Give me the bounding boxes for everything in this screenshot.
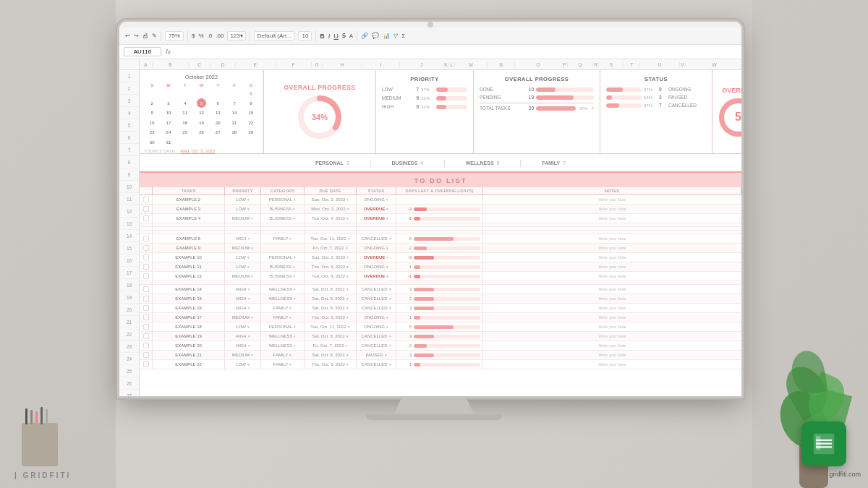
dropdown-arrow[interactable]: ▾ [247, 325, 250, 329]
paint-icon[interactable]: ✎ [152, 33, 157, 39]
row-notes[interactable]: Write your Note [483, 304, 741, 312]
row-checkbox[interactable] [140, 244, 153, 252]
dropdown-arrow[interactable]: ▾ [389, 287, 391, 291]
redo-icon[interactable]: ↪ [134, 33, 139, 39]
dropdown-arrow[interactable]: ▾ [289, 236, 292, 241]
row-notes[interactable] [483, 281, 741, 284]
row-checkbox[interactable] [140, 313, 153, 322]
dropdown-arrow[interactable]: ▾ [389, 296, 391, 301]
row-notes[interactable]: Write your Note [483, 332, 741, 341]
dollar-icon[interactable]: $ [192, 33, 195, 39]
cell-reference[interactable]: AU116 [124, 47, 161, 56]
dropdown-arrow[interactable]: ▾ [346, 246, 348, 250]
row-checkbox[interactable] [140, 234, 153, 243]
underline-button[interactable]: U [333, 33, 339, 40]
dropdown-arrow[interactable]: ▾ [251, 315, 253, 320]
checkbox[interactable] [143, 352, 149, 358]
checkbox[interactable] [143, 264, 149, 270]
checkbox[interactable] [143, 314, 149, 320]
row-notes[interactable]: Write your Note [483, 205, 741, 213]
dropdown-arrow[interactable]: ▾ [386, 207, 388, 211]
font-select[interactable]: Default (Ari... [254, 31, 295, 40]
row-checkbox[interactable] [140, 223, 153, 226]
undo-icon[interactable]: ↩ [125, 33, 130, 39]
row-notes[interactable]: Write your Note [483, 341, 741, 350]
dropdown-arrow[interactable]: ▾ [294, 334, 296, 338]
dropdown-arrow[interactable]: ▾ [386, 246, 388, 250]
dropdown-arrow[interactable]: ▾ [346, 343, 348, 348]
row-notes[interactable]: Write your Note [483, 360, 741, 369]
dropdown-arrow[interactable]: ▾ [348, 236, 350, 241]
checkbox[interactable] [143, 273, 149, 279]
row-notes[interactable]: Write your Note [483, 262, 741, 271]
decimal-icon[interactable]: .0 [208, 33, 213, 39]
row-checkbox[interactable] [140, 332, 153, 341]
dropdown-arrow[interactable]: ▾ [293, 265, 295, 269]
dropdown-arrow[interactable]: ▾ [289, 315, 292, 320]
dropdown-arrow[interactable]: ▾ [293, 274, 295, 278]
checkbox[interactable] [143, 324, 149, 330]
dropdown-arrow[interactable]: ▾ [248, 296, 250, 301]
dropdown-arrow[interactable]: ▾ [346, 362, 349, 367]
checkbox[interactable] [143, 206, 149, 212]
checkbox[interactable] [143, 361, 149, 367]
dropdown-arrow[interactable]: ▾ [385, 353, 387, 357]
dropdown-arrow[interactable]: ▾ [386, 274, 388, 278]
row-notes[interactable]: Write your Note [483, 272, 741, 281]
dropdown-arrow[interactable]: ▾ [389, 362, 391, 367]
dropdown-arrow[interactable]: ▾ [386, 216, 388, 221]
row-checkbox[interactable] [140, 281, 153, 284]
dropdown-arrow[interactable]: ▾ [294, 255, 296, 260]
dropdown-arrow[interactable]: ▾ [294, 325, 296, 329]
dropdown-arrow[interactable]: ▾ [247, 362, 250, 367]
sigma-icon[interactable]: Σ [401, 33, 405, 39]
dropdown-arrow[interactable]: ▾ [248, 343, 250, 348]
checkbox[interactable] [143, 236, 149, 241]
number-format[interactable]: 123▾ [227, 31, 245, 40]
row-checkbox[interactable] [140, 195, 153, 204]
dropdown-arrow[interactable]: ▾ [247, 255, 250, 260]
comment-icon[interactable]: 💬 [372, 33, 379, 39]
row-notes[interactable] [483, 231, 741, 234]
dropdown-arrow[interactable]: ▾ [386, 265, 388, 269]
dropdown-arrow[interactable]: ▾ [293, 207, 295, 211]
row-checkbox[interactable] [140, 341, 153, 350]
today-val[interactable]: Wed, Oct. 5, 2022 [180, 149, 215, 153]
dropdown-arrow[interactable]: ▾ [251, 246, 253, 250]
filter-icon[interactable]: ▽ [393, 33, 398, 39]
row-checkbox[interactable] [140, 360, 153, 369]
dropdown-arrow[interactable]: ▾ [346, 255, 349, 260]
dropdown-arrow[interactable]: ▾ [247, 265, 250, 269]
row-notes[interactable]: Write your Note [483, 195, 741, 204]
checkbox[interactable] [143, 215, 149, 221]
font-size-select[interactable]: 10 [298, 31, 312, 40]
row-checkbox[interactable] [140, 253, 153, 262]
checkbox[interactable] [143, 254, 149, 260]
dropdown-arrow[interactable]: ▾ [247, 207, 250, 211]
dropdown-arrow[interactable]: ▾ [289, 306, 292, 310]
dropdown-arrow[interactable]: ▾ [294, 287, 296, 291]
dropdown-arrow[interactable]: ▾ [346, 216, 349, 221]
row-checkbox[interactable] [140, 272, 153, 281]
checkbox[interactable] [143, 333, 149, 339]
row-notes[interactable]: Write your Note [483, 214, 741, 223]
dropdown-arrow[interactable]: ▾ [294, 296, 296, 301]
row-notes[interactable]: Write your Note [483, 313, 741, 322]
row-notes[interactable]: Write your Note [483, 285, 741, 294]
row-notes[interactable]: Write your Note [483, 294, 741, 303]
row-notes[interactable]: Write your Note [483, 244, 741, 252]
zoom-control[interactable]: 75% [165, 31, 184, 40]
print-icon[interactable]: 🖨 [142, 33, 148, 39]
percent-icon[interactable]: % [198, 33, 203, 39]
dropdown-arrow[interactable]: ▾ [248, 236, 250, 241]
link-icon[interactable]: 🔗 [361, 33, 368, 39]
dropdown-arrow[interactable]: ▾ [389, 343, 391, 348]
row-notes[interactable]: Write your Note [483, 234, 741, 243]
row-notes[interactable] [483, 223, 741, 226]
row-notes[interactable]: Write your Note [483, 351, 741, 359]
dropdown-arrow[interactable]: ▾ [389, 334, 391, 338]
dropdown-arrow[interactable]: ▾ [346, 296, 349, 301]
dropdown-arrow[interactable]: ▾ [247, 197, 250, 202]
checkbox[interactable] [143, 296, 149, 301]
row-checkbox[interactable] [140, 231, 153, 234]
